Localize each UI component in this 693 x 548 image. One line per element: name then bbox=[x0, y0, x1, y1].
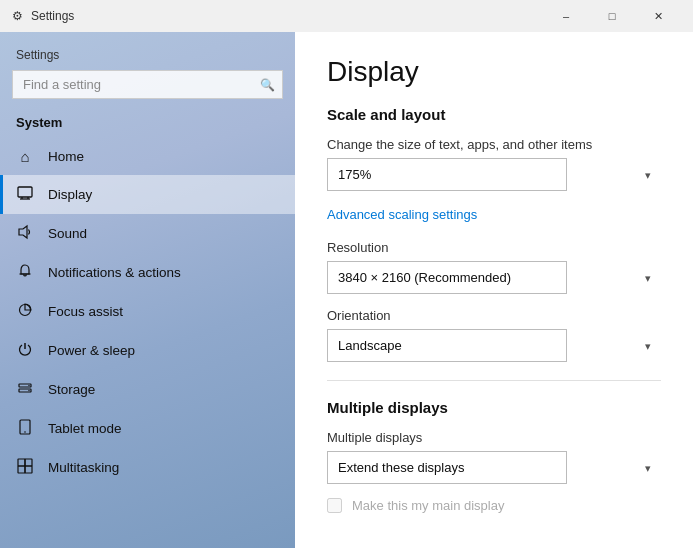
sidebar-label-focus: Focus assist bbox=[48, 304, 123, 319]
resolution-dropdown-arrow: ▾ bbox=[645, 271, 651, 284]
resolution-dropdown[interactable]: 3840 × 2160 (Recommended) 1920 × 1080 25… bbox=[327, 261, 567, 294]
multiple-displays-dropdown-arrow: ▾ bbox=[645, 461, 651, 474]
scale-section-title: Scale and layout bbox=[327, 106, 661, 123]
sidebar-item-sound[interactable]: Sound bbox=[0, 214, 295, 253]
size-dropdown-arrow: ▾ bbox=[645, 168, 651, 181]
sidebar-item-focus[interactable]: Focus assist bbox=[0, 292, 295, 331]
orientation-dropdown[interactable]: Landscape Portrait Landscape (flipped) P… bbox=[327, 329, 567, 362]
size-dropdown-wrapper: 175% 100% 125% 150% 200% ▾ bbox=[327, 158, 661, 191]
tablet-icon bbox=[16, 419, 34, 438]
size-label: Change the size of text, apps, and other… bbox=[327, 137, 661, 152]
multiple-displays-dropdown[interactable]: Extend these displays Duplicate these di… bbox=[327, 451, 567, 484]
title-bar: ⚙ Settings – □ ✕ bbox=[0, 0, 693, 32]
svg-point-9 bbox=[28, 385, 29, 386]
sidebar-item-storage[interactable]: Storage bbox=[0, 370, 295, 409]
sidebar-label-tablet: Tablet mode bbox=[48, 421, 122, 436]
multiple-displays-label: Multiple displays bbox=[327, 430, 661, 445]
settings-gear-icon: ⚙ bbox=[12, 9, 23, 23]
sidebar-label-display: Display bbox=[48, 187, 92, 202]
sidebar-label-home: Home bbox=[48, 149, 84, 164]
section-divider bbox=[327, 380, 661, 381]
sidebar-label-storage: Storage bbox=[48, 382, 95, 397]
display-icon bbox=[16, 185, 34, 204]
focus-icon bbox=[16, 302, 34, 321]
sound-icon bbox=[16, 224, 34, 243]
sidebar-label-sound: Sound bbox=[48, 226, 87, 241]
svg-rect-13 bbox=[18, 459, 25, 466]
svg-point-12 bbox=[24, 431, 26, 433]
orientation-label: Orientation bbox=[327, 308, 661, 323]
multiple-displays-section: Multiple displays Multiple displays Exte… bbox=[327, 399, 661, 513]
sidebar-label-notifications: Notifications & actions bbox=[48, 265, 181, 280]
scale-section: Scale and layout Change the size of text… bbox=[327, 106, 661, 362]
app-body: Settings 🔍 System ⌂ Home Display bbox=[0, 32, 693, 548]
title-bar-controls: – □ ✕ bbox=[543, 0, 681, 32]
sidebar-app-title: Settings bbox=[0, 32, 295, 70]
svg-rect-0 bbox=[18, 187, 32, 197]
multitasking-icon bbox=[16, 458, 34, 477]
svg-marker-4 bbox=[19, 226, 27, 238]
resolution-label: Resolution bbox=[327, 240, 661, 255]
main-display-checkbox[interactable] bbox=[327, 498, 342, 513]
orientation-dropdown-arrow: ▾ bbox=[645, 339, 651, 352]
app-title: Settings bbox=[31, 9, 74, 23]
search-input[interactable] bbox=[12, 70, 283, 99]
title-bar-left: ⚙ Settings bbox=[12, 9, 74, 23]
sidebar-item-multitasking[interactable]: Multitasking bbox=[0, 448, 295, 487]
svg-point-10 bbox=[28, 390, 29, 391]
maximize-button[interactable]: □ bbox=[589, 0, 635, 32]
search-box[interactable]: 🔍 bbox=[12, 70, 283, 99]
orientation-dropdown-wrapper: Landscape Portrait Landscape (flipped) P… bbox=[327, 329, 661, 362]
sidebar-label-power: Power & sleep bbox=[48, 343, 135, 358]
storage-icon bbox=[16, 380, 34, 399]
main-display-label: Make this my main display bbox=[352, 498, 504, 513]
svg-rect-16 bbox=[25, 466, 32, 473]
sidebar: Settings 🔍 System ⌂ Home Display bbox=[0, 32, 295, 548]
sidebar-item-tablet[interactable]: Tablet mode bbox=[0, 409, 295, 448]
svg-rect-15 bbox=[18, 466, 25, 473]
main-content: Display Scale and layout Change the size… bbox=[295, 32, 693, 548]
close-button[interactable]: ✕ bbox=[635, 0, 681, 32]
sidebar-item-home[interactable]: ⌂ Home bbox=[0, 138, 295, 175]
notifications-icon bbox=[16, 263, 34, 282]
power-icon bbox=[16, 341, 34, 360]
minimize-button[interactable]: – bbox=[543, 0, 589, 32]
advanced-scaling-link[interactable]: Advanced scaling settings bbox=[327, 207, 477, 222]
sidebar-item-notifications[interactable]: Notifications & actions bbox=[0, 253, 295, 292]
resolution-dropdown-wrapper: 3840 × 2160 (Recommended) 1920 × 1080 25… bbox=[327, 261, 661, 294]
multiple-displays-title: Multiple displays bbox=[327, 399, 661, 416]
sidebar-item-display[interactable]: Display bbox=[0, 175, 295, 214]
svg-rect-14 bbox=[25, 459, 32, 466]
sidebar-item-power[interactable]: Power & sleep bbox=[0, 331, 295, 370]
sidebar-section-label: System bbox=[0, 111, 295, 138]
home-icon: ⌂ bbox=[16, 148, 34, 165]
main-display-checkbox-row: Make this my main display bbox=[327, 498, 661, 513]
size-dropdown[interactable]: 175% 100% 125% 150% 200% bbox=[327, 158, 567, 191]
search-icon: 🔍 bbox=[260, 78, 275, 92]
multiple-displays-dropdown-wrapper: Extend these displays Duplicate these di… bbox=[327, 451, 661, 484]
page-title: Display bbox=[327, 56, 661, 88]
sidebar-label-multitasking: Multitasking bbox=[48, 460, 119, 475]
